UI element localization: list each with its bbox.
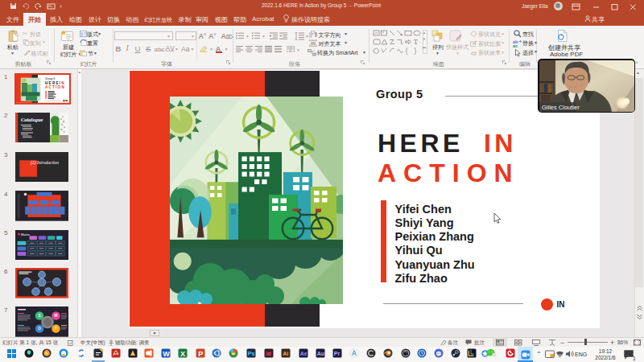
svg-text:S: S bbox=[39, 314, 41, 318]
svg-text:O: O bbox=[38, 327, 41, 331]
svg-text:Au: Au bbox=[317, 351, 324, 356]
svg-text:Catalogue: Catalogue bbox=[21, 117, 43, 122]
svg-text:ac: ac bbox=[513, 43, 518, 47]
svg-text:Ai: Ai bbox=[283, 351, 288, 356]
svg-text:P: P bbox=[198, 350, 203, 358]
svg-text:Ps: Ps bbox=[248, 351, 255, 356]
svg-text:(1) Introduction: (1) Introduction bbox=[31, 160, 59, 166]
svg-text:X: X bbox=[180, 350, 185, 358]
svg-text:1: 1 bbox=[633, 356, 636, 361]
svg-text:Id: Id bbox=[266, 351, 270, 356]
svg-text:W: W bbox=[163, 350, 170, 358]
svg-text:A C T I O N: A C T I O N bbox=[44, 86, 64, 90]
svg-text:Pr: Pr bbox=[334, 351, 341, 356]
svg-text:T: T bbox=[55, 327, 57, 331]
svg-text:Group 5: Group 5 bbox=[44, 77, 54, 80]
svg-text:Matrix: Matrix bbox=[21, 232, 30, 237]
svg-text:Gilles Cloutier: Gilles Cloutier bbox=[542, 104, 580, 111]
svg-text:Ae: Ae bbox=[299, 351, 307, 356]
